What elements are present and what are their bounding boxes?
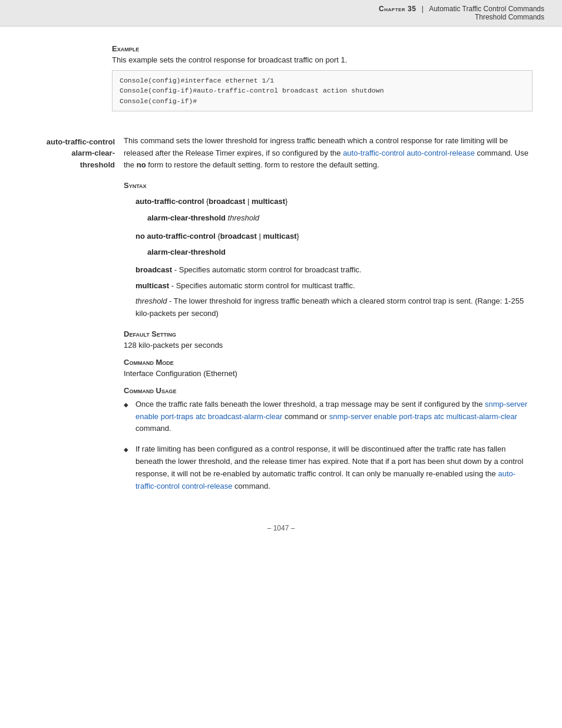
default-setting-heading: Default Setting [124, 330, 533, 338]
syntax-line-2: alarm-clear-threshold threshold [147, 211, 533, 225]
usage-2-text: If rate limiting has been configured as … [135, 444, 523, 478]
example-intro: This example sets the control response f… [112, 55, 533, 64]
code-line-2: Console(config-if)#auto-traffic-control … [120, 85, 525, 95]
page-footer: – 1047 – [29, 524, 533, 544]
default-setting-value: 128 kilo-packets per seconds [124, 341, 533, 350]
syntax-no-alarm-clear: alarm-clear-threshold [147, 248, 226, 256]
usage-item-1: Once the traffic rate falls beneath the … [124, 398, 533, 435]
usage-list: Once the traffic rate falls beneath the … [124, 398, 533, 493]
command-usage-section: Command Usage Once the traffic rate fall… [124, 386, 533, 493]
command-mode-section: Command Mode Interface Configuration (Et… [124, 358, 533, 378]
param-descriptions: broadcast - Specifies automatic storm co… [135, 264, 533, 320]
example-section: Example This example sets the control re… [112, 44, 533, 111]
usage-1-middle: command or [282, 412, 329, 421]
command-usage-heading: Command Usage [124, 386, 533, 395]
syntax-line-1: auto-traffic-control {broadcast | multic… [135, 195, 533, 208]
param-threshold-name: threshold [135, 297, 167, 305]
command-name-line2: alarm-clear- [71, 149, 115, 157]
command-mode-value: Interface Configuration (Ethernet) [124, 369, 533, 378]
desc-link[interactable]: auto-traffic-control auto-control-releas… [343, 149, 475, 157]
header-subtitle: Threshold Commands [18, 13, 544, 21]
syntax-block: auto-traffic-control {broadcast | multic… [135, 195, 533, 259]
command-entry: auto-traffic-control alarm-clear- thresh… [29, 135, 533, 501]
usage-1-after: command. [135, 424, 171, 433]
syntax-no-broadcast: broadcast [220, 232, 257, 241]
syntax-heading: Syntax [124, 181, 533, 190]
syntax-line-4: alarm-clear-threshold [147, 245, 533, 259]
param-threshold-desc: - The lower threshold for ingress traffi… [135, 297, 524, 318]
desc-no: no [137, 160, 146, 169]
command-name: auto-traffic-control alarm-clear- thresh… [29, 135, 124, 501]
param-multicast: multicast - Specifies automatic storm co… [135, 280, 533, 292]
command-body: This command sets the lower threshold fo… [124, 135, 533, 501]
param-threshold: threshold - The lower threshold for ingr… [135, 295, 533, 320]
syntax-alarm-clear: alarm-clear-threshold [147, 213, 226, 222]
syntax-no-cmd: no auto-traffic-control [135, 232, 216, 241]
syntax-threshold-param: threshold [228, 213, 259, 222]
syntax-line-3: no auto-traffic-control {broadcast | mul… [135, 229, 533, 243]
param-multicast-name: multicast [135, 281, 169, 290]
header-separator: | [419, 5, 425, 13]
page-content: Example This example sets the control re… [0, 27, 562, 574]
param-broadcast: broadcast - Specifies automatic storm co… [135, 264, 533, 276]
code-line-3: Console(config-if)# [120, 96, 525, 106]
page-number: – 1047 – [267, 524, 295, 532]
command-name-line1: auto-traffic-control [47, 137, 115, 146]
syntax-no-multicast: multicast [263, 232, 296, 241]
param-broadcast-name: broadcast [135, 265, 172, 274]
default-setting-section: Default Setting 128 kilo-packets per sec… [124, 330, 533, 350]
header-title: Automatic Traffic Control Commands [429, 5, 544, 13]
usage-item-2: If rate limiting has been configured as … [124, 443, 533, 492]
code-line-1: Console(config)#interface ethernet 1/1 [120, 75, 525, 85]
example-code-block: Console(config)#interface ethernet 1/1 C… [112, 70, 533, 111]
usage-1-text-before: Once the traffic rate falls beneath the … [135, 400, 485, 409]
usage-1-link2[interactable]: snmp-server enable port-traps atc multic… [329, 412, 517, 421]
command-mode-heading: Command Mode [124, 358, 533, 367]
syntax-cmd1: auto-traffic-control [135, 197, 204, 206]
desc-end: form to restore the default setting. [146, 160, 263, 169]
chapter-label: Chapter 35 [379, 5, 416, 13]
example-heading: Example [112, 44, 533, 53]
syntax-broadcast: broadcast [209, 197, 245, 206]
page-header: Chapter 35 | Automatic Traffic Control C… [0, 0, 562, 27]
param-broadcast-desc: - Specifies automatic storm control for … [174, 265, 362, 274]
param-multicast-desc: - Specifies automatic storm control for … [171, 281, 355, 290]
syntax-multicast: multicast [252, 197, 285, 206]
command-name-line3: threshold [80, 160, 115, 169]
syntax-section: Syntax auto-traffic-control {broadcast |… [124, 181, 533, 320]
usage-2-after: command. [233, 482, 270, 490]
command-description: This command sets the lower threshold fo… [124, 135, 533, 172]
